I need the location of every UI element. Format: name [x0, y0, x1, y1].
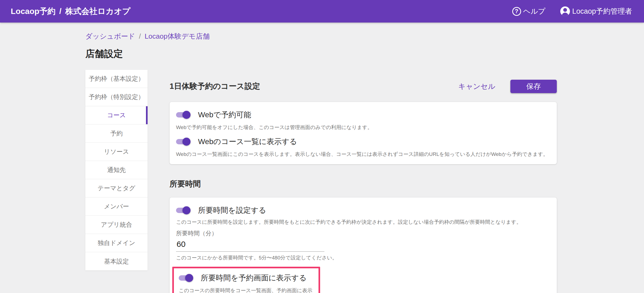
web-booking-card: Webで予約可能 Webで予約可能をオフにした場合、このコースは管理画面のみでの… — [170, 102, 557, 164]
sidebar-item-app-integration[interactable]: アプリ統合 — [85, 216, 148, 234]
brand-title[interactable]: Locaop予約 — [11, 6, 56, 17]
duration-field-helper: このコースにかかる所要時間です。5分〜480分で設定してください。 — [176, 254, 550, 261]
show-in-course-list-switch[interactable] — [176, 138, 191, 146]
page-title: 店舗設定 — [85, 47, 644, 60]
header-brand-group: Locaop予約 / 株式会社ロカオプ — [11, 6, 130, 17]
sidebar-item-reservations[interactable]: 予約 — [85, 124, 148, 143]
page-content: ダッシュボード / Locaop体験デモ店舗 店舗設定 予約枠（基本設定） 予約… — [0, 32, 644, 293]
toggle-row-show-duration[interactable]: 所要時間を予約画面に表示する — [179, 273, 314, 283]
toggle-label: 所要時間を設定する — [198, 205, 266, 215]
cancel-button[interactable]: キャンセル — [456, 79, 498, 93]
toggle-description: このコースに所要時間を設定します。所要時間をもとに次に予約できる予約枠が決定され… — [176, 218, 550, 226]
toggle-row-web-bookable[interactable]: Webで予約可能 — [176, 109, 550, 120]
settings-nav: 予約枠（基本設定） 予約枠（特別設定） コース 予約 リソース 通知先 テーマと… — [85, 70, 148, 270]
set-duration-switch[interactable] — [176, 206, 191, 214]
toggle-label: 所要時間を予約画面に表示する — [201, 273, 307, 283]
toggle-label: Webのコース一覧に表示する — [198, 137, 297, 147]
account-menu[interactable]: Locaop予約管理者 — [560, 6, 632, 16]
sidebar-item-members[interactable]: メンバー — [85, 197, 148, 216]
save-button[interactable]: 保存 — [510, 80, 557, 93]
sidebar-item-resources[interactable]: リソース — [85, 143, 148, 161]
web-bookable-switch[interactable] — [176, 111, 191, 119]
toggle-description: このコースの所要時間をコース一覧画面、予約画面に表示します。 — [179, 287, 314, 293]
toggle-row-set-duration[interactable]: 所要時間を設定する — [176, 205, 550, 216]
breadcrumb: ダッシュボード / Locaop体験デモ店舗 — [85, 32, 644, 41]
breadcrumb-dashboard[interactable]: ダッシュボード — [85, 32, 135, 41]
account-icon — [560, 6, 570, 16]
sidebar-item-slots-basic[interactable]: 予約枠（基本設定） — [85, 70, 148, 88]
breadcrumb-separator: / — [139, 32, 141, 41]
duration-input[interactable] — [176, 238, 324, 252]
toggle-description: Webで予約可能をオフにした場合、このコースは管理画面のみでの利用になります。 — [176, 124, 550, 131]
sidebar-item-courses[interactable]: コース — [85, 106, 148, 124]
sidebar-item-basic-settings[interactable]: 基本設定 — [85, 252, 148, 270]
sidebar-item-themes-tags[interactable]: テーマとタグ — [85, 179, 148, 197]
toggle-description: Webのコース一覧画面にこのコースを表示します。表示しない場合、コース一覧には表… — [176, 151, 550, 158]
company-name: 株式会社ロカオプ — [65, 6, 130, 17]
duration-section-header: 所要時間 — [170, 179, 557, 189]
breadcrumb-store[interactable]: Locaop体験デモ店舗 — [145, 32, 210, 41]
brand-separator: / — [59, 7, 61, 16]
help-button[interactable]: ? ヘルプ — [512, 6, 546, 16]
sidebar-item-slots-special[interactable]: 予約枠（特別設定） — [85, 88, 148, 106]
course-settings-header: 1日体験予約のコース設定 キャンセル 保存 — [170, 79, 557, 93]
help-label: ヘルプ — [523, 6, 546, 16]
layout: 予約枠（基本設定） 予約枠（特別設定） コース 予約 リソース 通知先 テーマと… — [85, 70, 644, 293]
duration-section-title: 所要時間 — [170, 179, 201, 189]
show-duration-switch[interactable] — [179, 274, 193, 282]
toggle-label: Webで予約可能 — [198, 110, 251, 120]
duration-field: 所要時間（分） このコースにかかる所要時間です。5分〜480分で設定してください… — [176, 229, 550, 261]
sidebar-item-notifications[interactable]: 通知先 — [85, 161, 148, 179]
course-settings-title: 1日体験予約のコース設定 — [170, 81, 260, 92]
account-label: Locaop予約管理者 — [572, 6, 632, 16]
form-actions: キャンセル 保存 — [456, 79, 557, 93]
duration-card: 所要時間を設定する このコースに所要時間を設定します。所要時間をもとに次に予約で… — [170, 197, 557, 293]
main-panel: 1日体験予約のコース設定 キャンセル 保存 Webで予約可能 Webで予約可能を… — [170, 70, 557, 293]
screen: Locaop予約 / 株式会社ロカオプ ? ヘルプ Locaop予約管理者 ダッ… — [0, 0, 644, 293]
help-icon: ? — [512, 7, 521, 16]
toggle-row-show-in-course-list[interactable]: Webのコース一覧に表示する — [176, 136, 550, 147]
duration-field-label: 所要時間（分） — [176, 230, 217, 237]
header-actions: ? ヘルプ Locaop予約管理者 — [512, 6, 632, 16]
sidebar-item-custom-domain[interactable]: 独自ドメイン — [85, 234, 148, 252]
app-header: Locaop予約 / 株式会社ロカオプ ? ヘルプ Locaop予約管理者 — [0, 0, 644, 23]
highlight-annotation: 所要時間を予約画面に表示する このコースの所要時間をコース一覧画面、予約画面に表… — [172, 267, 320, 293]
